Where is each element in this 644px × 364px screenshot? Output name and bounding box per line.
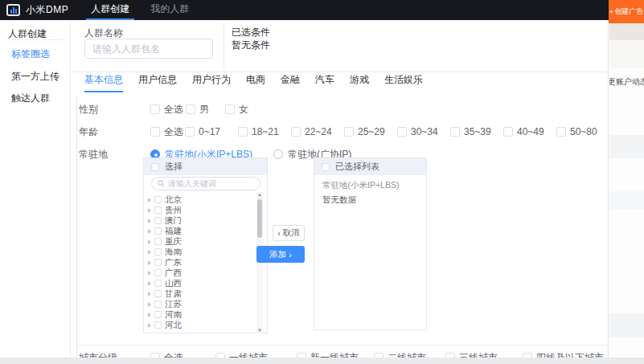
- selected-panel-title: 已选择列表: [335, 161, 379, 173]
- tree-item-guangxi[interactable]: 广西: [148, 268, 254, 278]
- checkbox-age-18-21[interactable]: 18~21: [238, 126, 291, 137]
- checkbox-label: 全选: [164, 125, 183, 139]
- tab-user-info[interactable]: 用户信息: [138, 73, 177, 92]
- tree-item-guangdong[interactable]: 广东: [148, 257, 254, 268]
- sidebar-item-reach-audience[interactable]: 触达人群: [11, 92, 50, 105]
- tree-item-label: 重庆: [165, 236, 182, 247]
- checkbox-age-40-49[interactable]: 40~49: [503, 126, 556, 137]
- checkbox-label: 40~49: [517, 126, 544, 137]
- checkbox-icon: [154, 196, 162, 203]
- select-all-checkbox-icon[interactable]: [151, 163, 159, 171]
- add-button[interactable]: 添加›: [256, 246, 305, 263]
- caret-right-icon[interactable]: [148, 260, 151, 265]
- tab-basic-info[interactable]: 基本信息: [84, 73, 123, 92]
- caret-right-icon[interactable]: [148, 250, 151, 255]
- top-nav: 人群创建 我的人群: [86, 0, 205, 20]
- tab-auto[interactable]: 汽车: [315, 73, 334, 92]
- caret-right-icon[interactable]: [148, 239, 151, 244]
- tree-item-guizhou[interactable]: 贵州: [148, 205, 254, 215]
- checkbox-gender-all[interactable]: 全选: [150, 103, 186, 117]
- tree-item-shanxi[interactable]: 山西: [148, 278, 254, 288]
- checkbox-gender-female[interactable]: 女: [225, 103, 248, 117]
- residence-label: 常驻地: [79, 148, 150, 162]
- tree-item-label: 广西: [165, 268, 182, 279]
- region-search-input[interactable]: 请输入关键词: [151, 177, 260, 190]
- tree-item-hebei[interactable]: 河北: [148, 320, 254, 330]
- strip-block: [609, 191, 644, 210]
- tree-item-fujian[interactable]: 福建: [148, 226, 254, 236]
- select-all-checkbox-icon[interactable]: [322, 163, 330, 171]
- caret-right-icon[interactable]: [148, 219, 151, 223]
- checkbox-age-0-17[interactable]: 0~17: [185, 126, 238, 137]
- tab-lifestyle[interactable]: 生活娱乐: [384, 73, 423, 92]
- caret-right-icon[interactable]: [148, 271, 151, 276]
- strip-block: [609, 23, 644, 40]
- tree-item-label: 澳门: [165, 215, 182, 227]
- source-panel-title: 选择: [165, 161, 183, 173]
- nav-item-my-audiences[interactable]: 我的人群: [146, 0, 194, 20]
- cancel-button[interactable]: ‹取消: [273, 225, 305, 241]
- checkbox-age-50-80[interactable]: 50~80: [556, 126, 609, 137]
- city-row-divider: [76, 345, 608, 346]
- selected-group-label: 常驻地(小米IP+LBS): [322, 180, 399, 191]
- checkbox-icon: [450, 127, 460, 137]
- caret-right-icon[interactable]: [148, 208, 151, 213]
- xiaomi-dmp-logo-icon: [6, 4, 20, 16]
- scrollbar-thumb[interactable]: [257, 199, 262, 238]
- chevron-right-icon: ›: [289, 250, 292, 260]
- selected-panel-header: 已选择列表: [314, 158, 426, 175]
- checkbox-icon: [154, 259, 162, 266]
- tree-item-gansu[interactable]: 甘肃: [148, 288, 254, 299]
- checkbox-icon: [503, 127, 513, 137]
- strip-block: [609, 40, 644, 68]
- tree-item-chongqing[interactable]: 重庆: [148, 236, 254, 247]
- tree-item-jiangsu[interactable]: 江苏: [148, 299, 254, 309]
- checkbox-age-35-39[interactable]: 35~39: [450, 126, 503, 137]
- tree-item-henan[interactable]: 河南: [148, 309, 254, 320]
- checkbox-gender-male[interactable]: 男: [186, 103, 225, 117]
- scroll-down-icon[interactable]: ▼: [256, 328, 263, 333]
- selected-conditions-label: 已选条件: [232, 26, 270, 39]
- checkbox-icon: [186, 104, 195, 114]
- checkbox-icon: [154, 248, 162, 256]
- sidebar-divider: [6, 39, 64, 40]
- checkbox-icon: [154, 269, 162, 276]
- age-row: 年龄 全选 0~17 18~21 22~24 25~29 30~34 35~39…: [79, 122, 609, 141]
- audience-name-input[interactable]: [84, 39, 213, 59]
- tab-user-behavior[interactable]: 用户行为: [192, 73, 231, 92]
- checkbox-label: 18~21: [252, 126, 279, 137]
- selected-conditions-empty: 暂无条件: [232, 39, 270, 52]
- checkbox-age-25-29[interactable]: 25~29: [344, 126, 397, 137]
- scroll-up-icon[interactable]: ▲: [256, 192, 263, 198]
- caret-right-icon[interactable]: [148, 229, 151, 234]
- region-tree: 北京 贵州 澳门 福建 重庆 海南 广东 广西 山西 甘肃 江苏 河南 河北: [148, 194, 254, 330]
- tab-finance[interactable]: 金融: [281, 73, 300, 92]
- caret-right-icon[interactable]: [148, 292, 151, 297]
- checkbox-age-22-24[interactable]: 22~24: [291, 126, 344, 137]
- checkbox-age-30-34[interactable]: 30~34: [397, 126, 450, 137]
- create-ad-button[interactable]: +创建广告: [609, 0, 644, 23]
- nav-item-audience-create[interactable]: 人群创建: [86, 0, 134, 20]
- checkbox-icon: [556, 127, 566, 137]
- checkbox-age-all[interactable]: 全选: [150, 125, 185, 139]
- list-scrollbar[interactable]: ▲ ▼: [256, 192, 263, 333]
- caret-right-icon[interactable]: [148, 323, 151, 328]
- tree-item-macau[interactable]: 澳门: [148, 215, 254, 226]
- tab-ecommerce[interactable]: 电商: [246, 73, 265, 92]
- tree-item-hainan[interactable]: 海南: [148, 247, 254, 257]
- tree-item-label: 河北: [165, 320, 182, 331]
- selected-list-panel: 已选择列表 常驻地(小米IP+LBS) 暂无数据: [314, 157, 427, 330]
- background-window-strip: 更账户动态: [609, 23, 644, 364]
- checkbox-icon: [344, 127, 354, 137]
- sidebar-item-first-party-upload[interactable]: 第一方上传: [11, 70, 59, 84]
- caret-right-icon[interactable]: [148, 313, 151, 317]
- tab-games[interactable]: 游戏: [350, 73, 369, 92]
- caret-right-icon[interactable]: [148, 281, 151, 286]
- app-root: 小米DMP 人群创建 我的人群 +创建广告 更账户动态 人群创建 标签圈选 第一…: [0, 0, 644, 364]
- checkbox-icon: [154, 280, 162, 287]
- checkbox-label: 50~80: [570, 126, 597, 137]
- tree-item-beijing[interactable]: 北京: [148, 194, 254, 205]
- sidebar-item-tag-select[interactable]: 标签圈选: [11, 47, 50, 61]
- caret-right-icon[interactable]: [148, 198, 151, 202]
- caret-right-icon[interactable]: [148, 302, 151, 307]
